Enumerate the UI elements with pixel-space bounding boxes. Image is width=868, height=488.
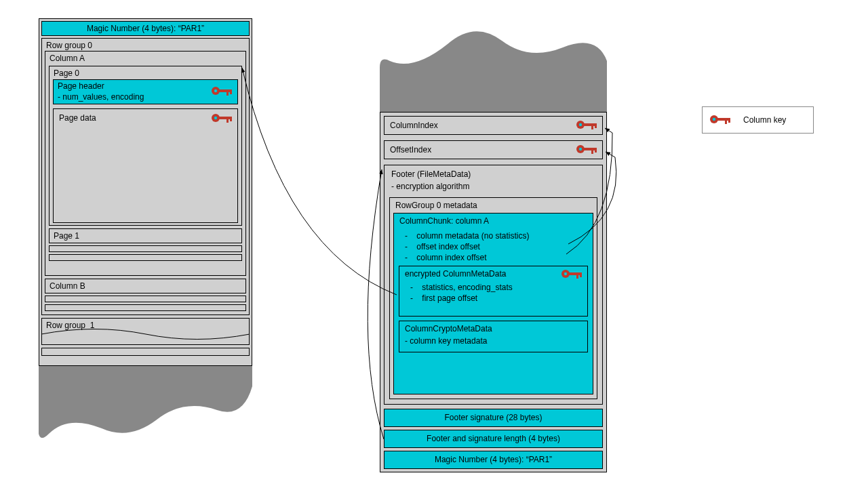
rowgroup0-meta-label: RowGroup 0 metadata xyxy=(395,201,477,210)
cc-b3: - column index offset xyxy=(405,253,487,262)
page1: Page 1 xyxy=(49,228,242,243)
magic-number-bottom-label: Magic Number (4 bytes): “PAR1” xyxy=(384,455,602,464)
torn-bg-left xyxy=(39,366,252,438)
torn-bg-right xyxy=(380,31,607,112)
magic-number-top: Magic Number (4 bytes): “PAR1” xyxy=(41,21,250,36)
footer-length-label: Footer and signature length (4 bytes) xyxy=(384,434,602,443)
arrow-firstpage-to-page0 xyxy=(242,68,397,295)
footer-length: Footer and signature length (4 bytes) xyxy=(384,430,603,448)
page-data-label: Page data xyxy=(59,113,96,123)
rowgroup-strip xyxy=(41,348,250,356)
footer-l1: Footer (FileMetaData) xyxy=(391,169,471,179)
rowgroup0-label: Row group 0 xyxy=(46,41,92,50)
column-strip-a xyxy=(45,296,246,302)
ccm-title: ColumnCryptoMetaData xyxy=(405,324,492,333)
page-data: Page data xyxy=(53,108,238,223)
ecm-b1: - statistics, encoding_stats xyxy=(410,283,513,292)
columnA-label: Column A xyxy=(50,54,85,63)
footer-signature-label: Footer signature (28 bytes) xyxy=(384,413,602,422)
rowgroup1-label: Row group 1 xyxy=(46,321,94,330)
legend: Column key xyxy=(702,106,814,134)
ccm-b1: - column key metadata xyxy=(405,336,487,346)
rowgroup1: Row group 1 xyxy=(41,318,250,345)
page1-label: Page 1 xyxy=(54,231,79,241)
legend-label: Column key xyxy=(743,115,786,125)
column-strip-b xyxy=(45,304,246,311)
offset-index-label: OffsetIndex xyxy=(390,145,431,155)
cc-b1: - column metadata (no statistics) xyxy=(405,231,529,241)
page-strip-b xyxy=(49,254,242,261)
column-index-label: ColumnIndex xyxy=(390,121,438,130)
footer-l2: - encryption algorithm xyxy=(391,182,469,191)
encrypted-cmd: encrypted ColumnMetaData - statistics, e… xyxy=(399,266,588,317)
columnB: Column B xyxy=(45,279,246,293)
offset-index: OffsetIndex xyxy=(384,140,603,159)
cc-title: ColumnChunk: column A xyxy=(399,216,489,226)
columnB-label: Column B xyxy=(50,281,85,291)
cc-b2: - offset index offset xyxy=(405,242,480,251)
ecm-b2: - first page offset xyxy=(410,293,477,303)
page-header-l2: - num_values, encoding xyxy=(58,92,144,102)
page-header: Page header - num_values, encoding xyxy=(53,79,238,104)
magic-number-top-label: Magic Number (4 bytes): “PAR1” xyxy=(42,24,249,33)
magic-number-bottom: Magic Number (4 bytes): “PAR1” xyxy=(384,451,603,469)
ecm-title: encrypted ColumnMetaData xyxy=(405,269,506,279)
column-crypto-md: ColumnCryptoMetaData - column key metada… xyxy=(399,321,588,352)
page-header-l1: Page header xyxy=(58,81,104,91)
page0-label: Page 0 xyxy=(54,68,79,78)
column-index: ColumnIndex xyxy=(384,116,603,135)
page-strip-a xyxy=(49,245,242,252)
footer-signature: Footer signature (28 bytes) xyxy=(384,409,603,427)
